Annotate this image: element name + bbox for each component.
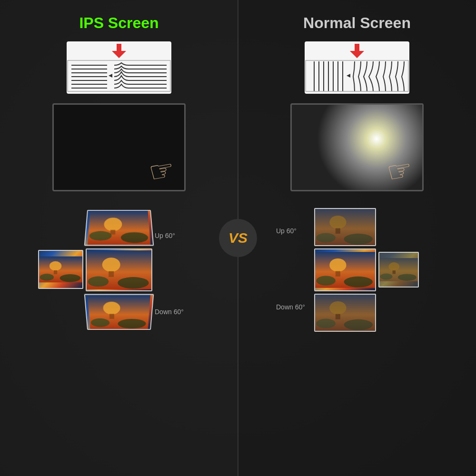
normal-angle-grid: Up 60° Right 60° Down 60° [276,208,438,341]
normal-diagram [305,41,409,94]
svg-rect-39 [306,60,408,91]
svg-point-56 [329,301,346,315]
svg-rect-42 [336,228,340,234]
normal-title: Normal Screen [303,14,411,32]
svg-point-54 [398,274,416,281]
normal-panel: Normal Screen [238,0,476,476]
ips-bottom-thumb [84,294,154,330]
ips-center-thumb-inner [87,249,151,290]
svg-point-19 [118,277,149,288]
normal-right-thumb-inner [379,253,418,287]
ips-top-thumb [84,210,154,246]
ips-top-thumb-inner [85,211,153,245]
ips-up-label: Up 60° [155,232,175,239]
svg-point-18 [88,277,109,287]
normal-down-label: Down 60° [276,303,305,311]
svg-point-51 [388,262,399,271]
main-container: VS IPS Screen [0,0,476,476]
ips-diagram [67,41,171,94]
svg-point-16 [102,258,120,272]
normal-up-label: Up 60° [276,227,297,235]
ips-left-thumb-inner [39,251,82,288]
vs-label: VS [228,230,248,246]
svg-point-58 [317,319,336,328]
svg-marker-8 [109,74,112,78]
normal-center-thumb [314,248,376,291]
normal-angle-section: Up 60° Right 60° Down 60° [248,206,466,341]
svg-point-53 [380,274,393,280]
normal-bottom-thumb-inner [315,295,375,331]
ips-angle-section: Left 60° Up 60° Down 60° [10,206,228,341]
svg-rect-22 [54,270,57,274]
svg-point-44 [344,234,372,245]
svg-rect-12 [110,230,115,235]
ips-center-thumb [86,248,152,291]
ips-monitor: ☞ [52,103,186,191]
normal-top-thumb [314,208,376,246]
normal-right-thumb [378,252,419,288]
svg-point-46 [329,258,346,272]
svg-rect-27 [109,314,114,319]
normal-hand-icon: ☞ [384,152,415,189]
svg-point-41 [329,216,346,229]
ips-angle-grid: Left 60° Up 60° Down 60° [38,208,200,341]
ips-hand-icon: ☞ [146,152,177,189]
vs-badge: VS [219,219,257,257]
ips-title: IPS Screen [79,14,159,32]
ips-down-label: Down 60° [155,308,184,316]
ips-panel: IPS Screen [0,0,238,476]
svg-point-59 [344,319,372,330]
svg-marker-38 [347,74,350,78]
normal-top-thumb-inner [315,209,375,245]
normal-monitor: ☞ [290,103,424,191]
svg-point-43 [317,233,336,243]
svg-rect-47 [336,271,340,277]
ips-left-thumb [38,250,83,289]
svg-point-49 [344,277,372,288]
normal-bottom-thumb [314,294,376,332]
ips-bottom-thumb-inner [85,295,153,329]
svg-point-21 [50,261,61,271]
svg-rect-57 [336,314,340,319]
svg-point-24 [60,274,81,282]
svg-rect-17 [109,271,114,277]
svg-point-23 [40,274,54,281]
svg-marker-30 [350,44,364,58]
normal-center-thumb-inner [315,249,375,290]
svg-rect-52 [393,270,396,274]
svg-point-48 [317,276,336,286]
svg-marker-0 [112,44,126,58]
